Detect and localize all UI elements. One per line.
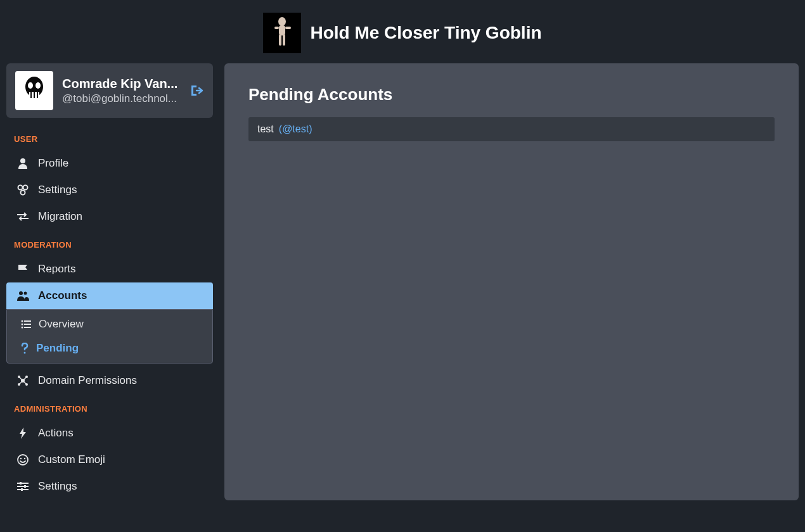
subnav-item-pending[interactable]: Pending <box>7 336 212 360</box>
list-icon <box>21 320 31 329</box>
subnav-item-label: Overview <box>39 318 84 331</box>
pending-account-row[interactable]: test (@test) <box>248 117 775 141</box>
svg-line-33 <box>23 377 27 381</box>
sidebar-item-label: Profile <box>38 157 68 170</box>
svg-point-14 <box>20 158 25 163</box>
pending-handle: (@test) <box>279 124 312 135</box>
svg-rect-42 <box>24 485 26 488</box>
svg-rect-2 <box>274 27 279 29</box>
hub-icon <box>16 375 29 386</box>
svg-rect-40 <box>20 482 22 484</box>
sidebar-item-label: Custom Emoji <box>38 453 105 466</box>
sidebar: Comrade Kip Van... @tobi@goblin.technol.… <box>6 63 213 500</box>
sidebar-item-label: Domain Permissions <box>38 374 137 387</box>
smile-icon <box>16 454 29 466</box>
gear-icon <box>16 184 29 196</box>
pending-display-name: test <box>257 124 274 135</box>
user-handle: @tobi@goblin.technol... <box>62 92 181 105</box>
svg-point-16 <box>23 186 28 190</box>
subnav-item-overview[interactable]: Overview <box>7 312 212 336</box>
svg-line-34 <box>19 381 23 384</box>
app-title: Hold Me Closer Tiny Goblin <box>310 23 541 43</box>
user-display-name: Comrade Kip Van... <box>62 77 181 91</box>
sidebar-item-domain-permissions[interactable]: Domain Permissions <box>6 367 213 394</box>
svg-rect-44 <box>21 488 23 491</box>
svg-point-36 <box>18 455 28 465</box>
arrows-icon <box>16 212 29 221</box>
svg-point-26 <box>24 352 26 354</box>
svg-rect-21 <box>24 320 31 322</box>
sidebar-item-label: Accounts <box>38 289 87 302</box>
svg-point-8 <box>28 82 33 89</box>
bolt-icon <box>16 428 29 439</box>
sidebar-item-admin-settings[interactable]: Settings <box>6 473 213 500</box>
main-panel: Pending Accounts test (@test) <box>224 63 799 500</box>
app-header: Hold Me Closer Tiny Goblin <box>0 0 805 63</box>
sidebar-item-label: Actions <box>38 427 74 440</box>
user-icon <box>16 158 29 169</box>
svg-point-19 <box>24 292 27 295</box>
svg-point-38 <box>24 458 25 459</box>
users-icon <box>16 291 29 301</box>
svg-point-9 <box>35 82 41 89</box>
svg-rect-25 <box>24 327 31 328</box>
app-logo <box>263 13 301 53</box>
svg-point-0 <box>278 17 286 26</box>
subnav-item-label: Pending <box>36 342 79 355</box>
avatar <box>15 71 53 110</box>
sidebar-item-user-settings[interactable]: Settings <box>6 177 213 203</box>
sidebar-item-reports[interactable]: Reports <box>6 256 213 282</box>
svg-point-24 <box>22 327 23 329</box>
sliders-icon <box>16 481 29 491</box>
svg-point-20 <box>22 320 23 322</box>
question-icon <box>21 343 29 354</box>
svg-point-37 <box>20 458 22 459</box>
sidebar-item-accounts[interactable]: Accounts <box>6 282 213 309</box>
sidebar-item-migration[interactable]: Migration <box>6 203 213 230</box>
logout-icon[interactable] <box>190 84 204 97</box>
sidebar-item-profile[interactable]: Profile <box>6 150 213 177</box>
svg-rect-1 <box>279 25 285 35</box>
svg-rect-3 <box>285 27 291 29</box>
accounts-subnav: Overview Pending <box>6 309 213 364</box>
svg-point-18 <box>19 291 23 295</box>
svg-line-35 <box>23 381 27 384</box>
section-label-administration: ADMINISTRATION <box>6 399 213 420</box>
svg-point-22 <box>22 324 23 326</box>
sidebar-item-label: Reports <box>38 263 76 276</box>
flag-icon <box>16 263 29 275</box>
sidebar-item-label: Migration <box>38 210 82 223</box>
svg-rect-23 <box>24 324 31 325</box>
svg-rect-4 <box>279 34 281 46</box>
svg-rect-5 <box>283 34 285 46</box>
svg-point-17 <box>21 191 25 195</box>
sidebar-item-custom-emoji[interactable]: Custom Emoji <box>6 446 213 473</box>
page-title: Pending Accounts <box>248 85 775 104</box>
current-user-card[interactable]: Comrade Kip Van... @tobi@goblin.technol.… <box>6 63 213 118</box>
sidebar-item-label: Settings <box>38 184 77 196</box>
section-label-user: USER <box>6 129 213 150</box>
svg-point-15 <box>18 186 23 190</box>
section-label-moderation: MODERATION <box>6 235 213 256</box>
sidebar-item-actions[interactable]: Actions <box>6 420 213 446</box>
svg-line-32 <box>19 377 23 381</box>
sidebar-item-label: Settings <box>38 480 77 493</box>
